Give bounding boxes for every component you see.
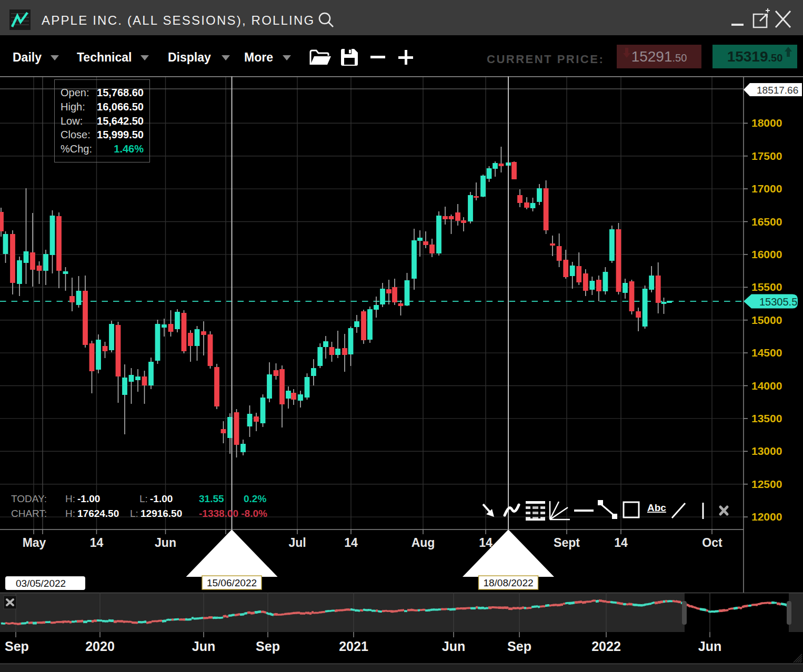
- svg-text:2021: 2021: [339, 639, 368, 654]
- svg-text:2020: 2020: [85, 639, 115, 654]
- svg-text:15/06/2022: 15/06/2022: [207, 577, 257, 588]
- svg-text:Jul: Jul: [288, 536, 306, 549]
- svg-text:14: 14: [614, 536, 628, 549]
- svg-text:Sept: Sept: [554, 536, 580, 549]
- svg-text:13000: 13000: [751, 445, 782, 457]
- svg-text:Abc: Abc: [647, 502, 666, 513]
- svg-text:15500: 15500: [751, 281, 782, 293]
- svg-text:14: 14: [344, 536, 358, 549]
- svg-text:14: 14: [90, 536, 104, 549]
- svg-text:Jun: Jun: [155, 536, 176, 549]
- svg-text:13500: 13500: [751, 412, 782, 424]
- svg-text:Oct: Oct: [702, 536, 722, 549]
- svg-text:Aug: Aug: [411, 536, 435, 549]
- svg-text:2022: 2022: [591, 639, 621, 654]
- svg-text:Jun: Jun: [442, 639, 465, 654]
- svg-text:16000: 16000: [751, 248, 782, 260]
- svg-text:15000: 15000: [751, 314, 782, 326]
- svg-text:15305.5: 15305.5: [759, 296, 797, 308]
- svg-text:18517.66: 18517.66: [757, 85, 798, 96]
- svg-text:May: May: [23, 536, 46, 549]
- svg-text:18000: 18000: [751, 117, 782, 129]
- svg-text:Jun: Jun: [192, 639, 215, 654]
- svg-text:03/05/2022: 03/05/2022: [16, 578, 66, 589]
- svg-text:Sep: Sep: [507, 639, 531, 654]
- svg-text:14000: 14000: [751, 380, 782, 392]
- svg-text:Jun: Jun: [698, 639, 721, 654]
- svg-text:17500: 17500: [751, 150, 782, 162]
- svg-text:14: 14: [479, 536, 493, 549]
- svg-text:12500: 12500: [751, 478, 782, 490]
- svg-text:12000: 12000: [751, 511, 782, 523]
- svg-text:18/08/2022: 18/08/2022: [483, 577, 533, 588]
- svg-text:17000: 17000: [751, 182, 782, 195]
- svg-text:Sep: Sep: [256, 639, 280, 654]
- svg-text:Sep: Sep: [5, 639, 29, 654]
- svg-text:16500: 16500: [751, 216, 782, 228]
- svg-text:14500: 14500: [751, 347, 782, 359]
